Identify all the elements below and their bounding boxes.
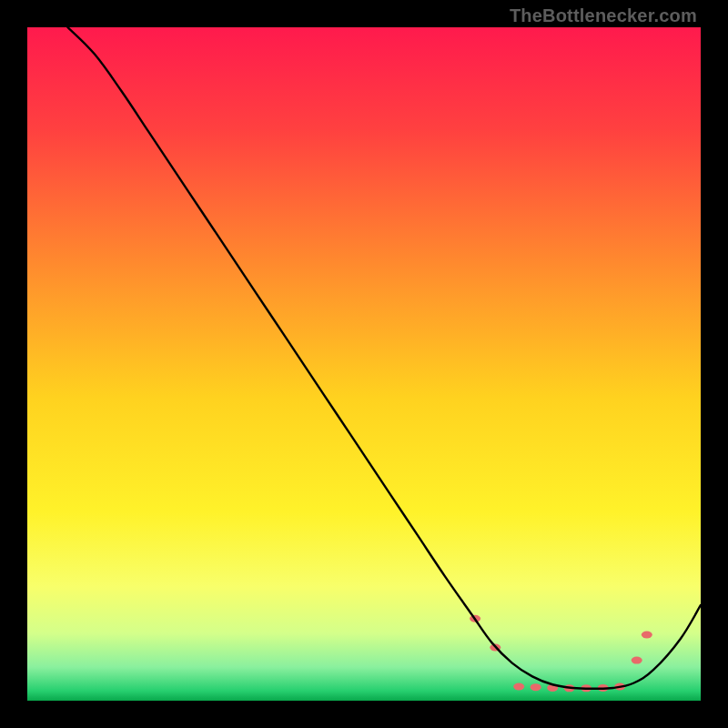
plot-background	[27, 27, 701, 701]
watermark-text: TheBottlenecker.com	[510, 5, 697, 26]
marker-point	[632, 657, 642, 664]
chart-frame	[27, 27, 701, 701]
chart-plot	[27, 27, 701, 701]
marker-point	[642, 631, 652, 638]
marker-point	[513, 682, 524, 690]
marker-point	[531, 683, 541, 691]
